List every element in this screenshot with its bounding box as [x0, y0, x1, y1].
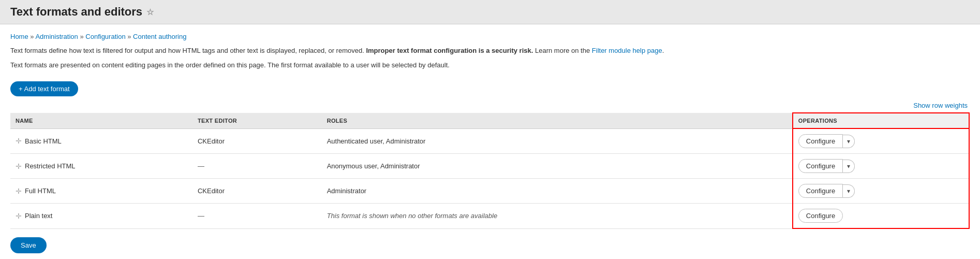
table-row: ✛ Restricted HTML — Anonymous user, Admi… [10, 154, 969, 179]
row-plain-text-name: ✛ Plain text [10, 204, 192, 229]
drag-handle-icon[interactable]: ✛ [16, 137, 22, 145]
text-formats-table: NAME TEXT EDITOR ROLES OPERATIONS ✛ Basi… [10, 112, 970, 229]
row-plain-text-editor: — [192, 204, 322, 229]
drag-handle-icon[interactable]: ✛ [16, 162, 22, 170]
row-restricted-html-roles: Anonymous user, Administrator [322, 154, 793, 179]
configure-full-html-dropdown[interactable]: ▾ [843, 184, 855, 198]
add-text-format-button[interactable]: + Add text format [10, 81, 78, 96]
filter-module-help-link[interactable]: Filter module help page [592, 47, 662, 54]
configure-basic-html-dropdown[interactable]: ▾ [843, 135, 855, 148]
row-full-html-roles: Administrator [322, 179, 793, 204]
col-header-name: NAME [10, 113, 192, 128]
breadcrumb-home[interactable]: Home [10, 33, 28, 40]
save-button[interactable]: Save [10, 237, 47, 253]
description-line2: Text formats are presented on content ed… [10, 60, 970, 70]
table-row: ✛ Full HTML CKEditor Administrator Confi… [10, 179, 969, 204]
row-basic-html-roles: Authenticated user, Administrator [322, 128, 793, 154]
configure-plain-text-button[interactable]: Configure [798, 209, 843, 223]
table-row: ✛ Plain text — This format is shown when… [10, 204, 969, 229]
row-plain-text-roles: This format is shown when no other forma… [322, 204, 793, 229]
configure-basic-html-button[interactable]: Configure [798, 134, 843, 148]
drag-handle-icon[interactable]: ✛ [16, 187, 22, 195]
configure-full-html-button[interactable]: Configure [798, 184, 843, 198]
col-header-text-editor: TEXT EDITOR [192, 113, 322, 128]
description-line1: Text formats define how text is filtered… [10, 46, 970, 56]
row-restricted-html-editor: — [192, 154, 322, 179]
row-plain-text-operations: Configure [793, 204, 969, 229]
drag-handle-icon[interactable]: ✛ [16, 212, 22, 220]
configure-restricted-html-dropdown[interactable]: ▾ [843, 160, 855, 173]
col-header-roles: ROLES [322, 113, 793, 128]
table-row: ✛ Basic HTML CKEditor Authenticated user… [10, 128, 969, 154]
row-full-html-name: ✛ Full HTML [10, 179, 192, 204]
breadcrumb-administration[interactable]: Administration [35, 33, 78, 40]
breadcrumb-content-authoring[interactable]: Content authoring [133, 33, 186, 40]
col-header-operations: OPERATIONS [793, 113, 969, 128]
star-icon[interactable]: ☆ [146, 7, 154, 17]
row-restricted-html-operations: Configure ▾ [793, 154, 969, 179]
breadcrumb: Home » Administration » Configuration » … [10, 33, 970, 40]
row-basic-html-operations: Configure ▾ [793, 128, 969, 154]
row-basic-html-name: ✛ Basic HTML [10, 128, 192, 154]
page-title: Text formats and editors ☆ [10, 5, 970, 19]
configure-restricted-html-button[interactable]: Configure [798, 159, 843, 173]
show-row-weights-link[interactable]: Show row weights [913, 102, 968, 109]
page-title-text: Text formats and editors [10, 5, 142, 19]
row-basic-html-editor: CKEditor [192, 128, 322, 154]
breadcrumb-configuration[interactable]: Configuration [85, 33, 125, 40]
row-full-html-operations: Configure ▾ [793, 179, 969, 204]
row-restricted-html-name: ✛ Restricted HTML [10, 154, 192, 179]
row-full-html-editor: CKEditor [192, 179, 322, 204]
